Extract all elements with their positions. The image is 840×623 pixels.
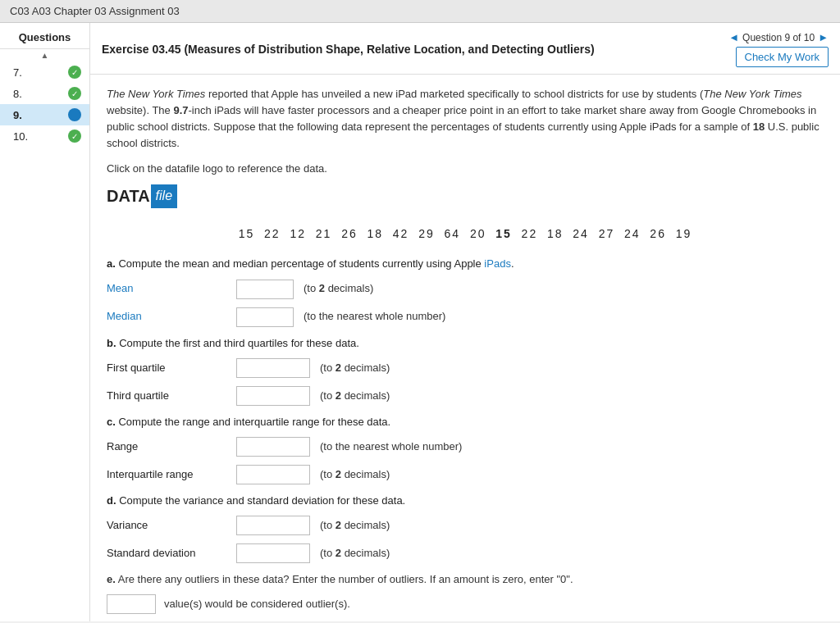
sidebar-header: Questions	[0, 28, 89, 49]
std-dev-label: Standard deviation	[107, 545, 230, 562]
mean-input[interactable]	[236, 280, 294, 299]
median-label: Median	[107, 308, 230, 325]
first-quartile-input[interactable]	[236, 358, 310, 378]
median-hint: (to the nearest whole number)	[304, 308, 445, 325]
variance-input[interactable]	[236, 516, 310, 535]
check-icon-10: ✓	[68, 130, 81, 143]
sidebar-item-9-label: 9.	[13, 109, 22, 121]
third-quartile-hint: (to 2 decimals)	[320, 388, 390, 404]
std-dev-row: Standard deviation (to 2 decimals)	[107, 543, 824, 563]
std-dev-hint: (to 2 decimals)	[320, 545, 390, 562]
intro-paragraph: The New York Times reported that Apple h…	[107, 86, 824, 152]
mean-hint: (to 2 decimals)	[304, 280, 373, 297]
sidebar-item-10[interactable]: 10. ✓	[0, 125, 89, 147]
content-area: Exercise 03.45 (Measures of Distribution…	[90, 23, 840, 621]
median-input[interactable]	[236, 307, 294, 327]
third-quartile-input[interactable]	[236, 386, 310, 406]
iqr-hint: (to 2 decimals)	[320, 466, 390, 483]
main-layout: Questions ▲ 7. ✓ 8. ✓ 9. 10. ✓ Exercise …	[0, 23, 840, 621]
check-my-work-button[interactable]: Check My Work	[736, 47, 829, 67]
sidebar-item-9[interactable]: 9.	[0, 104, 89, 125]
range-label: Range	[107, 439, 230, 455]
datafile-italic-label: file	[151, 184, 177, 208]
question-nav-label: Question 9 of 10	[742, 32, 815, 43]
part-d-label: d. Compute the variance and standard dev…	[107, 493, 824, 509]
part-b-label: b. Compute the first and third quartiles…	[107, 335, 824, 352]
question-nav: ◄ Question 9 of 10 ►	[728, 31, 829, 43]
third-quartile-label: Third quartile	[107, 388, 230, 404]
datafile-text-label: DATA	[107, 184, 150, 209]
dot-icon-9	[68, 108, 81, 121]
exercise-title: Exercise 03.45 (Measures of Distribution…	[102, 43, 728, 56]
sidebar-item-10-label: 10.	[13, 130, 28, 143]
first-quartile-label: First quartile	[107, 360, 230, 376]
part-e-label: e. Are there any outliers in these data?…	[107, 571, 824, 588]
nav-area: ◄ Question 9 of 10 ► Check My Work	[728, 31, 829, 67]
prev-arrow[interactable]: ◄	[728, 31, 739, 43]
content-header: Exercise 03.45 (Measures of Distribution…	[90, 23, 840, 75]
data-numbers: 15 22 12 21 26 18 42 29 64 20 15 22 18 2…	[107, 225, 824, 243]
mean-label: Mean	[107, 280, 230, 297]
variance-row: Variance (to 2 decimals)	[107, 516, 824, 535]
first-quartile-row: First quartile (to 2 decimals)	[107, 358, 824, 378]
iqr-label: Interquartile range	[107, 466, 230, 483]
range-input[interactable]	[236, 437, 310, 457]
range-row: Range (to the nearest whole number)	[107, 437, 824, 457]
content-body: The New York Times reported that Apple h…	[90, 75, 840, 621]
sidebar-item-8[interactable]: 8. ✓	[0, 83, 89, 104]
title-bar: C03 A03 Chapter 03 Assignment 03	[0, 0, 840, 23]
mean-row: Mean (to 2 decimals)	[107, 280, 824, 299]
outlier-suffix: value(s) would be considered outlier(s).	[164, 596, 350, 612]
iqr-input[interactable]	[236, 465, 310, 484]
outlier-input[interactable]	[107, 594, 156, 614]
check-icon-7: ✓	[68, 66, 81, 79]
datafile-logo[interactable]: DATA file	[107, 184, 177, 209]
title-bar-label: C03 A03 Chapter 03 Assignment 03	[10, 5, 180, 17]
sidebar-item-8-label: 8.	[13, 88, 22, 100]
first-quartile-hint: (to 2 decimals)	[320, 360, 390, 376]
median-row: Median (to the nearest whole number)	[107, 307, 824, 327]
range-hint: (to the nearest whole number)	[320, 439, 462, 455]
scroll-up-arrow[interactable]: ▲	[0, 49, 89, 61]
next-arrow[interactable]: ►	[818, 31, 829, 43]
data-ref-text: Click on the datafile logo to reference …	[107, 161, 824, 177]
outlier-row: value(s) would be considered outlier(s).	[107, 594, 824, 614]
std-dev-input[interactable]	[236, 543, 310, 563]
variance-label: Variance	[107, 517, 230, 534]
iqr-row: Interquartile range (to 2 decimals)	[107, 465, 824, 484]
sidebar-item-7[interactable]: 7. ✓	[0, 61, 89, 83]
sidebar-item-7-label: 7.	[13, 66, 22, 79]
third-quartile-row: Third quartile (to 2 decimals)	[107, 386, 824, 406]
sidebar: Questions ▲ 7. ✓ 8. ✓ 9. 10. ✓	[0, 23, 90, 621]
check-icon-8: ✓	[68, 87, 81, 100]
part-a-label: a. Compute the mean and median percentag…	[107, 256, 824, 272]
part-c-label: c. Compute the range and interquartile r…	[107, 414, 824, 430]
variance-hint: (to 2 decimals)	[320, 517, 390, 534]
